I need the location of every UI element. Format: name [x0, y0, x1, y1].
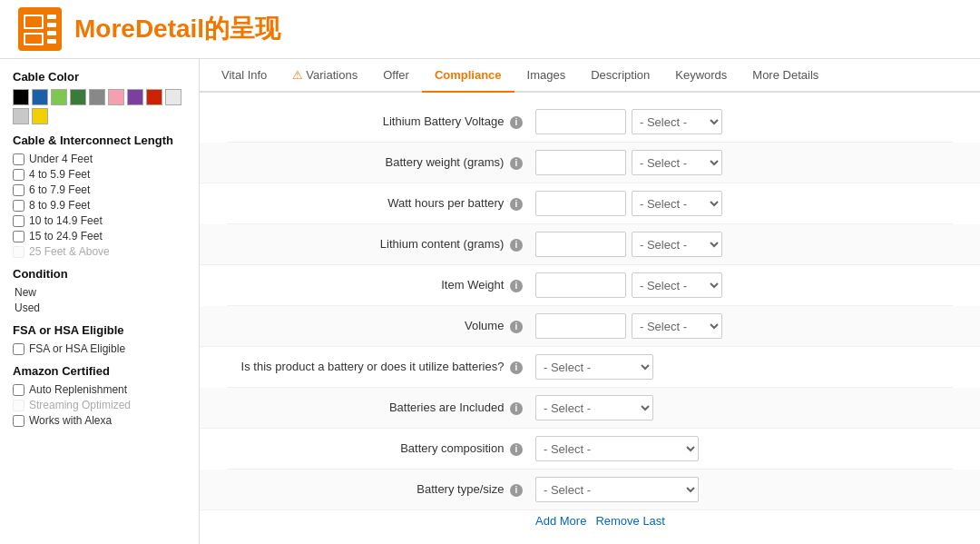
remove-last-link[interactable]: Remove Last	[595, 514, 665, 528]
tab-description[interactable]: Description	[578, 59, 662, 93]
text-input-watt-hours[interactable]	[535, 191, 626, 216]
length-4-to-59[interactable]: 4 to 5.9 Feet	[13, 168, 186, 181]
select-batteries-included[interactable]: - Select -	[535, 395, 653, 420]
color-yellow[interactable]	[32, 108, 48, 124]
row-watt-hours: Watt hours per battery i - Select -	[227, 183, 953, 224]
label-lithium-battery-voltage: Lithium Battery Voltage i	[227, 114, 535, 129]
select-watt-hours[interactable]: - Select -	[632, 191, 722, 216]
info-icon-item-weight[interactable]: i	[510, 280, 523, 292]
info-icon-battery-composition[interactable]: i	[510, 443, 523, 456]
input-group-battery-weight: - Select -	[535, 150, 722, 175]
tab-offer[interactable]: Offer	[370, 59, 422, 93]
row-battery-product: Is this product a battery or does it uti…	[227, 347, 953, 388]
row-volume: Volume i - Select -	[200, 306, 980, 347]
auto-replenishment[interactable]: Auto Replenishment	[13, 383, 186, 396]
color-gray[interactable]	[89, 89, 105, 105]
tab-images[interactable]: Images	[514, 59, 579, 93]
color-blue[interactable]	[32, 89, 48, 105]
length-8-to-99-label: 8 to 9.9 Feet	[29, 199, 90, 212]
info-icon-lithium-battery-voltage[interactable]: i	[510, 116, 523, 129]
tab-variations[interactable]: ⚠Variations	[279, 59, 370, 93]
length-15-to-249-label: 15 to 24.9 Feet	[29, 230, 103, 242]
row-lithium-battery-voltage: Lithium Battery Voltage i - Select -	[227, 102, 953, 143]
tab-variations-label: Variations	[306, 68, 358, 82]
color-red[interactable]	[146, 89, 162, 105]
length-under-4-checkbox[interactable]	[13, 153, 24, 165]
length-under-4[interactable]: Under 4 Feet	[13, 153, 186, 165]
select-lithium-battery-voltage[interactable]: - Select -	[632, 109, 722, 134]
amazon-certified-title: Amazon Certified	[13, 364, 186, 378]
length-6-to-79-checkbox[interactable]	[13, 184, 24, 196]
select-volume[interactable]: - Select -	[632, 313, 722, 339]
row-item-weight: Item Weight i - Select -	[227, 265, 953, 306]
info-icon-lithium-content[interactable]: i	[510, 239, 523, 252]
select-lithium-content[interactable]: - Select -	[632, 232, 722, 257]
length-8-to-99-checkbox[interactable]	[13, 200, 24, 212]
info-icon-batteries-included[interactable]: i	[510, 402, 523, 415]
length-15-to-249[interactable]: 15 to 24.9 Feet	[13, 230, 186, 242]
text-input-lithium-battery-voltage[interactable]	[535, 109, 626, 134]
info-icon-battery-product[interactable]: i	[510, 361, 523, 374]
fsa-eligible-label: FSA or HSA Eligible	[29, 342, 125, 355]
color-light-gray[interactable]	[13, 108, 29, 124]
tab-keywords[interactable]: Keywords	[662, 59, 740, 93]
auto-replenishment-label: Auto Replenishment	[29, 383, 127, 396]
tab-compliance[interactable]: Compliance	[422, 59, 514, 93]
info-icon-volume[interactable]: i	[510, 321, 523, 333]
label-battery-weight: Battery weight (grams) i	[227, 155, 535, 170]
tab-keywords-label: Keywords	[675, 68, 727, 82]
row-battery-type: Battery type/size i - Select -	[200, 470, 980, 510]
length-6-to-79[interactable]: 6 to 7.9 Feet	[13, 183, 186, 196]
color-black[interactable]	[13, 89, 29, 105]
streaming-optimized-checkbox	[13, 400, 24, 411]
works-with-alexa[interactable]: Works with Alexa	[13, 414, 186, 427]
label-batteries-included: Batteries are Included i	[227, 401, 535, 415]
text-input-lithium-content[interactable]	[535, 232, 626, 257]
select-battery-product[interactable]: - Select -	[535, 354, 653, 380]
select-item-weight[interactable]: - Select -	[632, 272, 722, 298]
fsa-eligible-checkbox[interactable]	[13, 343, 24, 355]
select-battery-type[interactable]: - Select -	[535, 477, 699, 502]
length-4-to-59-label: 4 to 5.9 Feet	[29, 168, 90, 181]
fsa-title: FSA or HSA Eligible	[13, 323, 186, 337]
label-volume: Volume i	[227, 319, 535, 333]
color-pink[interactable]	[108, 89, 124, 105]
length-6-to-79-label: 6 to 7.9 Feet	[29, 183, 90, 196]
text-input-battery-weight[interactable]	[535, 150, 626, 175]
fsa-eligible[interactable]: FSA or HSA Eligible	[13, 342, 186, 355]
length-15-to-249-checkbox[interactable]	[13, 231, 24, 242]
color-light-green[interactable]	[51, 89, 67, 105]
row-battery-composition: Battery composition i - Select -	[227, 429, 953, 470]
tab-vital-info[interactable]: Vital Info	[209, 59, 279, 93]
length-8-to-99[interactable]: 8 to 9.9 Feet	[13, 199, 186, 212]
add-more-link[interactable]: Add More	[535, 514, 586, 528]
label-battery-type: Battery type/size i	[227, 482, 535, 497]
input-group-item-weight: - Select -	[535, 272, 722, 298]
text-input-item-weight[interactable]	[535, 272, 626, 298]
input-group-lithium-battery-voltage: - Select -	[535, 109, 722, 134]
tab-compliance-label: Compliance	[435, 68, 502, 82]
info-icon-battery-type[interactable]: i	[510, 484, 523, 497]
label-battery-product: Is this product a battery or does it uti…	[227, 360, 535, 374]
select-battery-composition[interactable]: - Select -	[535, 436, 699, 461]
length-25-above: 25 Feet & Above	[13, 245, 186, 258]
tab-more-details[interactable]: More Details	[740, 59, 831, 93]
length-4-to-59-checkbox[interactable]	[13, 169, 24, 181]
warning-icon: ⚠	[292, 68, 303, 82]
auto-replenishment-checkbox[interactable]	[13, 384, 24, 396]
main-layout: Cable Color Cable & Interconnect Length …	[0, 59, 980, 544]
input-group-volume: - Select -	[535, 313, 722, 339]
color-purple[interactable]	[127, 89, 143, 105]
select-battery-weight[interactable]: - Select -	[632, 150, 722, 175]
color-dark-green[interactable]	[70, 89, 86, 105]
color-white[interactable]	[165, 89, 181, 105]
cable-color-title: Cable Color	[13, 70, 186, 84]
text-input-volume[interactable]	[535, 313, 626, 339]
info-icon-battery-weight[interactable]: i	[510, 157, 523, 170]
works-with-alexa-checkbox[interactable]	[13, 415, 24, 427]
length-10-to-149[interactable]: 10 to 14.9 Feet	[13, 214, 186, 227]
streaming-optimized: Streaming Optimized	[13, 399, 186, 411]
svg-rect-7	[47, 31, 56, 35]
length-10-to-149-checkbox[interactable]	[13, 215, 24, 227]
info-icon-watt-hours[interactable]: i	[510, 198, 523, 211]
